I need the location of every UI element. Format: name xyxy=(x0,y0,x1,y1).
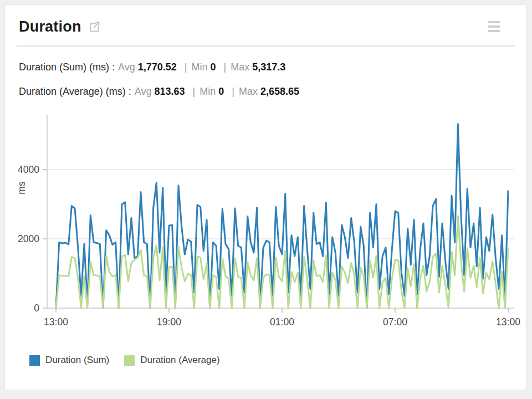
legend-swatch-average xyxy=(124,355,135,366)
legend-item-sum[interactable]: Duration (Sum) xyxy=(29,355,109,366)
external-link-icon[interactable] xyxy=(88,21,100,33)
stat-label: Duration (Average) (ms) : xyxy=(19,86,131,97)
x-tick-label: 07:00 xyxy=(383,316,407,328)
stat-min-value: 0 xyxy=(218,86,224,97)
stat-max-value: 2,658.65 xyxy=(260,86,299,97)
stat-label: Duration (Sum) (ms) : xyxy=(19,62,115,73)
x-tick-label: 01:00 xyxy=(270,316,294,328)
menu-bar xyxy=(488,30,500,32)
x-tick-label: 19:00 xyxy=(157,316,181,328)
menu-bar xyxy=(488,21,500,23)
stat-avg-label: Avg xyxy=(135,86,152,97)
stat-avg-value: 1,770.52 xyxy=(138,62,177,73)
stat-separator: | xyxy=(193,86,196,97)
duration-widget-card: Duration Duration (Sum) (ms) :Avg1,770.5… xyxy=(4,4,526,390)
y-tick-label: 0 xyxy=(34,303,39,314)
chart-legend: Duration (Sum) Duration (Average) xyxy=(29,355,235,366)
stat-separator: | xyxy=(185,62,187,73)
y-tick-label: 4000 xyxy=(18,164,39,175)
x-tick-label: 13:00 xyxy=(496,316,520,328)
menu-bar xyxy=(488,25,500,28)
stat-max-label: Max xyxy=(239,86,258,97)
x-tick-label: 13:00 xyxy=(44,316,68,328)
legend-label-average: Duration (Average) xyxy=(140,355,219,366)
stat-separator: | xyxy=(232,86,234,97)
stat-separator: | xyxy=(224,62,227,73)
legend-swatch-sum xyxy=(29,355,40,366)
stat-max-value: 5,317.3 xyxy=(252,62,285,73)
stat-max-label: Max xyxy=(231,62,249,73)
stats-line-sum: Duration (Sum) (ms) :Avg1,770.52|Min0|Ma… xyxy=(19,62,285,73)
legend-label-sum: Duration (Sum) xyxy=(45,355,109,366)
stat-min-label: Min xyxy=(200,86,216,97)
stat-avg-value: 813.63 xyxy=(154,86,185,97)
menu-icon[interactable] xyxy=(488,21,500,32)
y-tick-label: 2000 xyxy=(18,233,39,244)
duration-line-chart[interactable]: 020004000ms13:0019:0001:0007:0013:00 xyxy=(47,111,514,309)
header-divider xyxy=(17,45,515,47)
stat-min-value: 0 xyxy=(211,62,216,73)
stats-line-average: Duration (Average) (ms) :Avg813.63|Min0|… xyxy=(19,86,299,98)
legend-item-average[interactable]: Duration (Average) xyxy=(124,355,219,366)
page-title: Duration xyxy=(19,18,81,35)
stat-min-label: Min xyxy=(192,62,208,73)
y-axis-label: ms xyxy=(16,181,27,195)
stat-avg-label: Avg xyxy=(118,62,135,73)
